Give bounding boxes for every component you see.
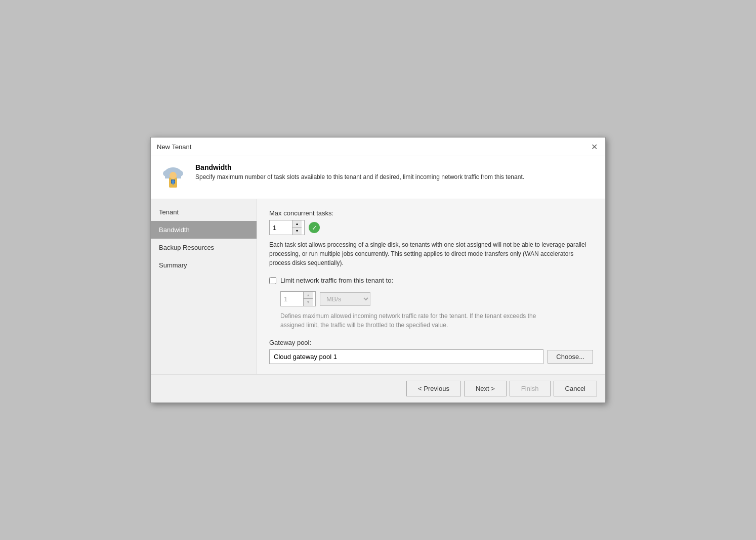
- max-tasks-input[interactable]: [270, 220, 292, 235]
- max-tasks-group: ▴ ▾ ✓: [269, 220, 593, 235]
- svg-point-5: [170, 172, 177, 179]
- limit-controls: ▴ ▾ MB/s GB/s Kbps: [280, 291, 593, 306]
- limit-spinner-buttons: ▴ ▾: [303, 292, 313, 306]
- header-section: Bandwidth Specify maximum number of task…: [151, 156, 605, 199]
- task-info-text: Each task slot allows processing of a si…: [269, 240, 593, 267]
- limit-traffic-group: Limit network traffic from this tenant t…: [269, 277, 593, 284]
- spinner-up-button[interactable]: ▴: [292, 220, 302, 228]
- header-text: Bandwidth Specify maximum number of task…: [195, 163, 524, 181]
- tenant-icon: [159, 163, 187, 192]
- spinner-buttons: ▴ ▾: [292, 220, 302, 235]
- limit-hint-text: Defines maximum allowed incoming network…: [280, 311, 593, 330]
- limit-traffic-label[interactable]: Limit network traffic from this tenant t…: [280, 277, 393, 284]
- close-button[interactable]: ✕: [589, 142, 599, 152]
- title-bar: New Tenant ✕: [151, 138, 605, 156]
- sidebar: Tenant Bandwidth Backup Resources Summar…: [151, 199, 257, 374]
- sidebar-item-summary[interactable]: Summary: [151, 256, 257, 274]
- limit-traffic-checkbox[interactable]: [269, 277, 276, 284]
- limit-spinner-up[interactable]: ▴: [304, 292, 313, 299]
- limit-spinner[interactable]: ▴ ▾: [280, 291, 316, 306]
- limit-spinner-down[interactable]: ▾: [304, 299, 313, 306]
- limit-input[interactable]: [281, 292, 303, 306]
- content-area: Max concurrent tasks: ▴ ▾ ✓ Each task sl…: [257, 199, 605, 374]
- sidebar-item-bandwidth[interactable]: Bandwidth: [151, 221, 257, 239]
- body-section: Tenant Bandwidth Backup Resources Summar…: [151, 199, 605, 374]
- spinner-down-button[interactable]: ▾: [292, 228, 302, 235]
- gateway-pool-row: Choose...: [269, 349, 593, 364]
- sidebar-item-backup-resources[interactable]: Backup Resources: [151, 239, 257, 256]
- gateway-pool-input[interactable]: [269, 349, 543, 364]
- cancel-button[interactable]: Cancel: [554, 381, 597, 396]
- max-tasks-spinner[interactable]: ▴ ▾: [269, 220, 305, 235]
- previous-button[interactable]: < Previous: [406, 381, 461, 396]
- dialog-title: New Tenant: [157, 143, 191, 151]
- new-tenant-dialog: New Tenant ✕ Bandwidth Specify maximum n…: [150, 137, 606, 403]
- gateway-pool-label: Gateway pool:: [269, 339, 593, 346]
- footer: < Previous Next > Finish Cancel: [151, 374, 605, 402]
- header-description: Specify maximum number of task slots ava…: [195, 173, 524, 181]
- next-button[interactable]: Next >: [464, 381, 507, 396]
- max-tasks-label: Max concurrent tasks:: [269, 209, 593, 217]
- unit-select[interactable]: MB/s GB/s Kbps: [320, 292, 370, 306]
- sidebar-item-tenant[interactable]: Tenant: [151, 203, 257, 221]
- header-title: Bandwidth: [195, 163, 524, 171]
- finish-button[interactable]: Finish: [510, 381, 551, 396]
- choose-button[interactable]: Choose...: [548, 350, 593, 364]
- valid-check-icon: ✓: [309, 222, 320, 233]
